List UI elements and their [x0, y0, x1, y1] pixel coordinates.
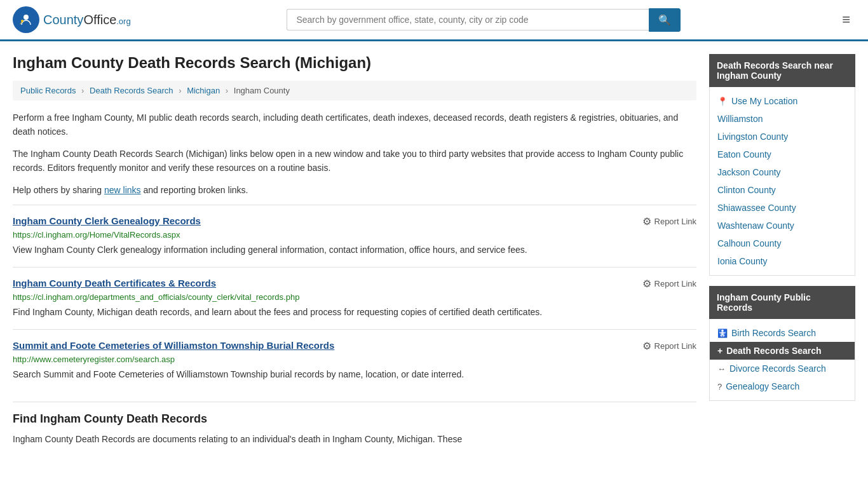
svg-point-1 — [24, 15, 29, 20]
logo-county: County — [43, 13, 83, 27]
public-records-section: Ingham County Public Records 🚼 Birth Rec… — [709, 286, 855, 401]
public-records-content: 🚼 Birth Records Search + Death Records S… — [709, 319, 855, 401]
record-title-1[interactable]: Ingham County Clerk Genealogy Records — [13, 215, 201, 226]
sidebar-livingston[interactable]: Livingston County — [710, 128, 855, 146]
birth-icon: 🚼 — [717, 329, 728, 338]
find-desc: Ingham County Death Records are document… — [13, 432, 696, 446]
record-entry-1: Ingham County Clerk Genealogy Records ⚙ … — [13, 205, 696, 267]
link-clinton[interactable]: Clinton County — [717, 185, 776, 195]
use-my-location[interactable]: 📍 Use My Location — [710, 92, 855, 110]
sidebar-genealogy[interactable]: ? Genealogy Search — [710, 377, 855, 395]
report-label-2: Report Link — [654, 279, 696, 288]
search-icon: 🔍 — [658, 15, 671, 25]
logo-office: Office — [83, 13, 116, 27]
public-records-header: Ingham County Public Records — [709, 286, 855, 319]
logo-text: CountyOffice.org — [43, 13, 131, 27]
record-title-2[interactable]: Ingham County Death Certificates & Recor… — [13, 278, 216, 288]
death-icon: + — [717, 346, 722, 356]
content-area: Ingham County Death Records Search (Mich… — [13, 54, 696, 446]
description-1: Perform a free Ingham County, MI public … — [13, 111, 696, 139]
sidebar-calhoun[interactable]: Calhoun County — [710, 234, 855, 252]
logo-domain: .org — [116, 17, 130, 26]
use-my-location-link[interactable]: Use My Location — [731, 96, 797, 106]
sidebar: Death Records Search near Ingham County … — [709, 54, 855, 446]
link-livingston[interactable]: Livingston County — [717, 132, 788, 142]
logo-icon — [13, 6, 39, 33]
record-title-3[interactable]: Summit and Foote Cemeteries of Williamst… — [13, 340, 334, 351]
divorce-records-link[interactable]: Divorce Records Search — [729, 363, 826, 374]
svg-point-2 — [21, 20, 24, 22]
sidebar-eaton[interactable]: Eaton County — [710, 146, 855, 163]
location-icon: 📍 — [717, 97, 728, 106]
link-eaton[interactable]: Eaton County — [717, 149, 771, 159]
bc-sep-2: › — [179, 86, 181, 95]
search-area: 🔍 — [287, 8, 681, 32]
bc-sep-3: › — [226, 86, 228, 95]
record-url-1[interactable]: https://cl.ingham.org/Home/VitalRecords.… — [13, 230, 696, 240]
link-williamston[interactable]: Williamston — [717, 114, 763, 124]
death-records-label: Death Records Search — [726, 346, 821, 356]
main-layout: Ingham County Death Records Search (Mich… — [0, 41, 868, 459]
report-icon-2: ⚙ — [642, 278, 651, 290]
record-url-2[interactable]: https://cl.ingham.org/departments_and_of… — [13, 292, 696, 302]
records-list: Ingham County Clerk Genealogy Records ⚙ … — [13, 205, 696, 391]
genealogy-link[interactable]: Genealogy Search — [726, 381, 799, 391]
link-calhoun[interactable]: Calhoun County — [717, 238, 781, 248]
logo-area[interactable]: CountyOffice.org — [13, 6, 131, 33]
report-link-1[interactable]: ⚙ Report Link — [642, 215, 696, 227]
nearby-header: Death Records Search near Ingham County — [709, 54, 855, 87]
desc3-prefix: Help others by sharing — [13, 185, 104, 195]
report-label-3: Report Link — [654, 341, 696, 351]
description-3: Help others by sharing new links and rep… — [13, 183, 696, 197]
link-jackson[interactable]: Jackson County — [717, 167, 781, 177]
hamburger-icon: ≡ — [842, 11, 850, 27]
breadcrumb: Public Records › Death Records Search › … — [13, 81, 696, 100]
find-title: Find Ingham County Death Records — [13, 412, 696, 426]
search-input[interactable] — [287, 9, 649, 30]
report-link-3[interactable]: ⚙ Report Link — [642, 340, 696, 352]
header: CountyOffice.org 🔍 ≡ — [0, 0, 868, 41]
find-section: Find Ingham County Death Records Ingham … — [13, 402, 696, 446]
sidebar-death-records[interactable]: + Death Records Search — [710, 342, 855, 360]
record-desc-3: Search Summit and Foote Cemeteries of Wi… — [13, 368, 696, 381]
sidebar-shiawassee[interactable]: Shiawassee County — [710, 199, 855, 217]
breadcrumb-ingham-county: Ingham County — [234, 86, 290, 95]
divorce-icon: ↔ — [717, 364, 726, 374]
desc3-suffix: and reporting broken links. — [141, 185, 248, 195]
sidebar-clinton[interactable]: Clinton County — [710, 181, 855, 199]
report-label-1: Report Link — [654, 217, 696, 226]
sidebar-ionia[interactable]: Ionia County — [710, 252, 855, 270]
genealogy-icon: ? — [717, 382, 722, 391]
link-shiawassee[interactable]: Shiawassee County — [717, 203, 796, 213]
sidebar-birth-records[interactable]: 🚼 Birth Records Search — [710, 324, 855, 342]
report-link-2[interactable]: ⚙ Report Link — [642, 278, 696, 290]
search-button[interactable]: 🔍 — [649, 8, 681, 32]
description-2: The Ingham County Death Records Search (… — [13, 147, 696, 175]
breadcrumb-public-records[interactable]: Public Records — [20, 86, 76, 95]
menu-button[interactable]: ≡ — [837, 9, 855, 30]
birth-records-link[interactable]: Birth Records Search — [731, 328, 816, 338]
sidebar-washtenaw[interactable]: Washtenaw County — [710, 217, 855, 234]
link-washtenaw[interactable]: Washtenaw County — [717, 220, 794, 231]
nearby-content: 📍 Use My Location Williamston Livingston… — [709, 87, 855, 276]
record-desc-2: Find Ingham County, Michigan death recor… — [13, 306, 696, 319]
bc-sep-1: › — [81, 86, 84, 95]
page-title: Ingham County Death Records Search (Mich… — [13, 54, 696, 72]
report-icon-3: ⚙ — [642, 340, 651, 352]
breadcrumb-michigan[interactable]: Michigan — [187, 86, 220, 95]
breadcrumb-death-records[interactable]: Death Records Search — [90, 86, 173, 95]
nearby-section: Death Records Search near Ingham County … — [709, 54, 855, 276]
sidebar-williamston[interactable]: Williamston — [710, 110, 855, 128]
new-links[interactable]: new links — [104, 185, 141, 195]
record-entry-3: Summit and Foote Cemeteries of Williamst… — [13, 329, 696, 391]
sidebar-divorce-records[interactable]: ↔ Divorce Records Search — [710, 360, 855, 377]
record-url-3[interactable]: http://www.cemeteryregister.com/search.a… — [13, 355, 696, 364]
record-header-2: Ingham County Death Certificates & Recor… — [13, 278, 696, 290]
record-entry-2: Ingham County Death Certificates & Recor… — [13, 267, 696, 329]
link-ionia[interactable]: Ionia County — [717, 256, 768, 266]
sidebar-jackson[interactable]: Jackson County — [710, 163, 855, 181]
record-header-1: Ingham County Clerk Genealogy Records ⚙ … — [13, 215, 696, 227]
record-header-3: Summit and Foote Cemeteries of Williamst… — [13, 340, 696, 352]
report-icon-1: ⚙ — [642, 215, 651, 227]
record-desc-1: View Ingham County Clerk genealogy infor… — [13, 243, 696, 257]
